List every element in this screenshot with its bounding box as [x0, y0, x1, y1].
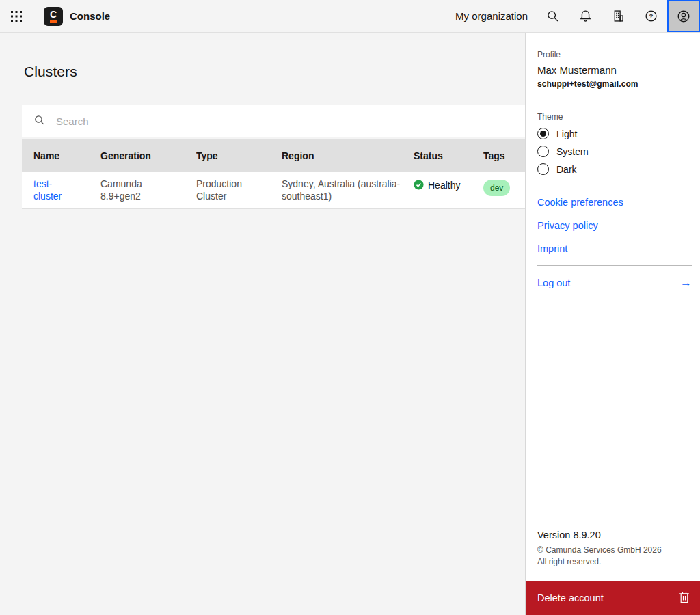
organization-name: My organization [455, 10, 528, 22]
camunda-logo: C [44, 7, 63, 26]
theme-label: Theme [537, 112, 692, 122]
version-text: Version 8.9.20 [537, 530, 692, 541]
help-icon: ? [644, 9, 658, 23]
table-row: test-cluster Camunda 8.9+gen2 Production… [22, 172, 525, 209]
column-header-status: Status [414, 150, 483, 161]
profile-panel: Profile Max Mustermann schuppi+test@gmai… [525, 33, 700, 615]
column-header-region: Region [282, 150, 414, 161]
column-header-name: Name [33, 150, 100, 161]
column-header-tags: Tags [483, 150, 525, 161]
bell-icon [578, 9, 593, 23]
user-email: schuppi+test@gmail.com [537, 79, 692, 89]
radio-button-icon [537, 163, 549, 175]
theme-option-light[interactable]: Light [537, 128, 692, 139]
app-switcher-grid-icon [10, 10, 23, 23]
header-left: C Console [0, 0, 110, 32]
logout-button[interactable]: Log out → [526, 274, 700, 291]
copyright-text: © Camunda Services GmbH 2026 [537, 545, 692, 556]
user-avatar-icon [676, 9, 691, 24]
column-header-type: Type [196, 150, 282, 161]
cookie-preferences-link[interactable]: Cookie preferences [537, 197, 692, 208]
delete-account-button[interactable]: Delete account [526, 581, 700, 615]
search-icon [546, 9, 560, 23]
radio-button-icon [537, 128, 549, 139]
user-name: Max Mustermann [537, 64, 692, 76]
page-title: Clusters [24, 64, 525, 80]
profile-menu-button[interactable] [667, 0, 700, 32]
theme-option-system[interactable]: System [537, 146, 692, 157]
panel-links: Cookie preferences Privacy policy Imprin… [526, 184, 700, 254]
svg-text:?: ? [649, 12, 653, 20]
arrow-right-icon: → [680, 277, 692, 288]
clusters-table: Name Generation Type Region Status Tags … [22, 139, 525, 209]
cluster-region-cell: Sydney, Australia (australia-southeast1) [282, 172, 414, 208]
product-name: Console [70, 10, 110, 22]
rights-text: All right reserved. [537, 556, 692, 567]
cluster-search-bar [22, 105, 525, 137]
header-right: My organization [455, 0, 700, 32]
imprint-link[interactable]: Imprint [537, 243, 692, 254]
trash-icon [679, 591, 690, 605]
privacy-policy-link[interactable]: Privacy policy [537, 220, 692, 231]
organization-button[interactable] [602, 0, 634, 32]
theme-section: Theme Light System Dark [526, 100, 700, 175]
status-text: Healthy [428, 179, 460, 191]
cluster-status-cell: Healthy [414, 172, 483, 208]
notifications-button[interactable] [569, 0, 602, 32]
search-icon [22, 114, 45, 128]
building-icon [611, 9, 625, 23]
profile-section: Profile Max Mustermann schuppi+test@gmai… [526, 33, 700, 89]
search-input[interactable] [56, 105, 466, 137]
profile-label: Profile [537, 50, 692, 59]
theme-option-dark[interactable]: Dark [537, 163, 692, 175]
help-button[interactable]: ? [634, 0, 667, 32]
radio-button-icon [537, 146, 549, 157]
tag-badge[interactable]: dev [483, 180, 510, 196]
app-switcher-button[interactable] [0, 0, 33, 32]
cluster-tags-cell: dev [483, 172, 525, 208]
cluster-generation-cell: Camunda 8.9+gen2 [100, 172, 196, 208]
divider [537, 265, 692, 266]
app-header: C Console My organization [0, 0, 700, 33]
healthy-check-icon [414, 179, 424, 193]
column-header-generation: Generation [100, 150, 196, 161]
main-content: Clusters Name Generation Type Region Sta… [0, 33, 525, 615]
header-search-button[interactable] [536, 0, 569, 32]
cluster-name-link[interactable]: test-cluster [33, 178, 69, 202]
cluster-name-cell: test-cluster [33, 172, 100, 208]
version-info: Version 8.9.20 © Camunda Services GmbH 2… [526, 530, 700, 581]
cluster-type-cell: Production Cluster [196, 172, 282, 208]
table-header-row: Name Generation Type Region Status Tags [22, 139, 525, 172]
